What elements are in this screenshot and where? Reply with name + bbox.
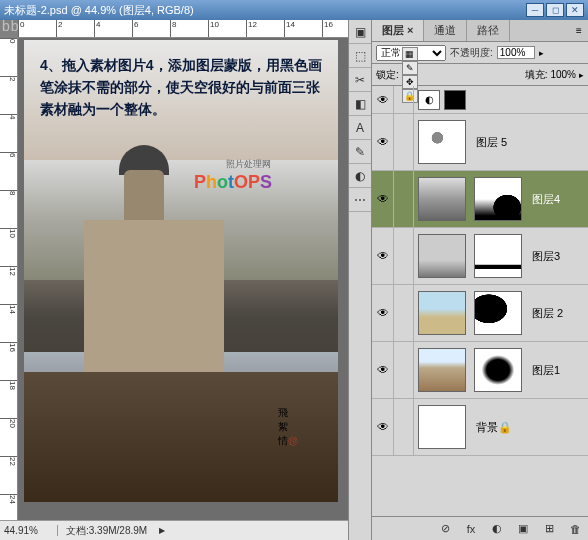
visibility-toggle[interactable]: 👁: [372, 399, 394, 455]
ruler-tick: 0: [0, 38, 17, 43]
layer-row[interactable]: 👁图层1: [372, 342, 588, 399]
panel-menu-icon[interactable]: ≡: [570, 20, 588, 41]
adjustment-icon: ◐: [418, 90, 440, 110]
ruler-tick: 6: [0, 152, 17, 157]
link-col: [394, 399, 414, 455]
ruler-tick: 2: [56, 20, 62, 37]
status-menu-icon[interactable]: ▶: [159, 526, 165, 535]
ruler-tick: 14: [0, 304, 17, 314]
layer-thumbnail[interactable]: [418, 405, 466, 449]
layer-mask-thumbnail[interactable]: [474, 348, 522, 392]
ruler-tick: 18: [0, 380, 17, 390]
ruler-tick: 8: [170, 20, 176, 37]
tab-layers[interactable]: 图层 ×: [372, 20, 424, 41]
layers-panel: 图层 × 通道 路径 ≡ 正常 不透明度: 100%▸ 锁定: ▦✎✥🔒 填充:…: [372, 20, 588, 540]
layer-row[interactable]: 👁图层 5: [372, 114, 588, 171]
tab-channels[interactable]: 通道: [424, 20, 467, 41]
artboard[interactable]: 4、拖入素材图片4，添加图层蒙版，用黑色画笔涂抹不需的部分，使天空很好的与前面三…: [24, 40, 338, 502]
document-status-bar: 44.91% 文档:3.39M/28.9M ▶: [0, 520, 348, 540]
layer-name[interactable]: 图层4: [526, 171, 588, 227]
layer-name[interactable]: 图层1: [526, 342, 588, 398]
tool-button-6[interactable]: ◐: [349, 164, 371, 188]
panel-bottom-bar: ⊘fx◐▣⊞🗑: [372, 516, 588, 540]
ruler-tick: 10: [208, 20, 219, 37]
link-col: [394, 342, 414, 398]
visibility-toggle[interactable]: 👁: [372, 228, 394, 284]
ruler-tick: 16: [0, 342, 17, 352]
canvas-area[interactable]: 4、拖入素材图片4，添加图层蒙版，用黑色画笔涂抹不需的部分，使天空很好的与前面三…: [18, 38, 348, 520]
tab-paths[interactable]: 路径: [467, 20, 510, 41]
ruler-tick: 0: [18, 20, 24, 37]
document-window: 0246810121416 024681012141618202224 4、拖入…: [0, 20, 348, 540]
fill-label: 填充:: [525, 68, 548, 82]
ruler-tick: 8: [0, 190, 17, 195]
panel-action-2[interactable]: ◐: [488, 521, 506, 537]
doc-size-info[interactable]: 文档:3.39M/28.9M: [58, 524, 155, 538]
link-col: [394, 228, 414, 284]
ruler-tick: 24: [0, 494, 17, 504]
tool-button-7[interactable]: ⋯: [349, 188, 371, 212]
ruler-tick: 10: [0, 228, 17, 238]
layer-thumbnail[interactable]: [418, 234, 466, 278]
maximize-button[interactable]: ◻: [546, 3, 564, 17]
link-col: [394, 285, 414, 341]
layer-mask-thumbnail[interactable]: [474, 234, 522, 278]
panel-action-3[interactable]: ▣: [514, 521, 532, 537]
tool-button-0[interactable]: ▣: [349, 20, 371, 44]
tool-button-1[interactable]: ⬚: [349, 44, 371, 68]
lock-label: 锁定:: [376, 68, 399, 82]
ruler-tick: 16: [322, 20, 333, 37]
close-button[interactable]: ✕: [566, 3, 584, 17]
link-col: [394, 171, 414, 227]
lock-icon: 🔒: [498, 421, 512, 434]
layer-row[interactable]: 👁背景 🔒: [372, 399, 588, 456]
tool-button-2[interactable]: ✂: [349, 68, 371, 92]
visibility-toggle[interactable]: 👁: [372, 171, 394, 227]
tool-button-5[interactable]: ✎: [349, 140, 371, 164]
layer-lock-row: 锁定: ▦✎✥🔒 填充: 100%▸: [372, 64, 588, 86]
layer-name[interactable]: 图层 2: [526, 285, 588, 341]
panel-action-1[interactable]: fx: [462, 521, 480, 537]
panel-tabs: 图层 × 通道 路径 ≡: [372, 20, 588, 42]
layer-mask-thumbnail[interactable]: [474, 177, 522, 221]
layer-thumbnail[interactable]: [418, 120, 466, 164]
layer-row[interactable]: 👁图层4: [372, 171, 588, 228]
layer-thumbnail[interactable]: [418, 348, 466, 392]
layer-name[interactable]: 图层3: [526, 228, 588, 284]
layer-row[interactable]: 👁图层 2: [372, 285, 588, 342]
lock-option-1[interactable]: ✎: [402, 61, 418, 75]
visibility-toggle[interactable]: 👁: [372, 114, 394, 170]
photops-logo: PhotOPS: [194, 172, 272, 193]
fill-field[interactable]: 100%: [550, 69, 576, 80]
logo-caption: 照片处理网: [226, 158, 271, 171]
instruction-text: 4、拖入素材图片4，添加图层蒙版，用黑色画笔涂抹不需的部分，使天空很好的与前面三…: [40, 54, 322, 120]
layer-name[interactable]: 图层 5: [470, 114, 588, 170]
panel-action-0[interactable]: ⊘: [436, 521, 454, 537]
layer-mask-thumbnail[interactable]: [474, 291, 522, 335]
link-col: [394, 86, 414, 113]
visibility-toggle[interactable]: 👁: [372, 342, 394, 398]
layer-thumbnail[interactable]: [418, 177, 466, 221]
layer-list[interactable]: 👁图层 5👁图层4👁图层3👁图层 2👁图层1👁背景 🔒: [372, 114, 588, 516]
ruler-tick: 12: [0, 266, 17, 276]
signature-seal: 飛絮情㊞: [278, 406, 318, 466]
lock-option-0[interactable]: ▦: [402, 47, 418, 61]
layer-adjustment-row[interactable]: 👁 ◐: [372, 86, 588, 114]
link-col: [394, 114, 414, 170]
window-buttons: ─ ◻ ✕: [526, 3, 584, 17]
ruler-vertical[interactable]: 024681012141618202224: [0, 38, 18, 520]
ruler-horizontal[interactable]: 0246810121416: [18, 20, 348, 38]
opacity-field[interactable]: 100%: [497, 46, 535, 59]
zoom-field[interactable]: 44.91%: [0, 525, 58, 536]
layer-thumbnail[interactable]: [418, 291, 466, 335]
tool-button-3[interactable]: ◧: [349, 92, 371, 116]
adjustment-mask-thumb: [444, 90, 466, 110]
layer-name[interactable]: 背景 🔒: [470, 399, 588, 455]
visibility-toggle[interactable]: 👁: [372, 285, 394, 341]
panel-action-5[interactable]: 🗑: [566, 521, 584, 537]
minimize-button[interactable]: ─: [526, 3, 544, 17]
tool-button-4[interactable]: A: [349, 116, 371, 140]
layer-row[interactable]: 👁图层3: [372, 228, 588, 285]
visibility-toggle[interactable]: 👁: [372, 86, 394, 113]
panel-action-4[interactable]: ⊞: [540, 521, 558, 537]
